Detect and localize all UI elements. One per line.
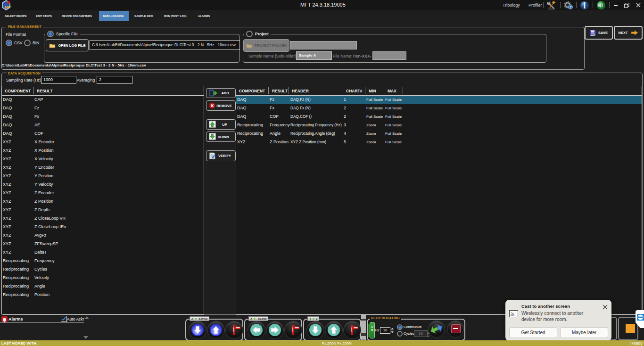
svg-text:MFT: MFT [5,5,11,9]
svg-text:?: ? [570,5,572,9]
